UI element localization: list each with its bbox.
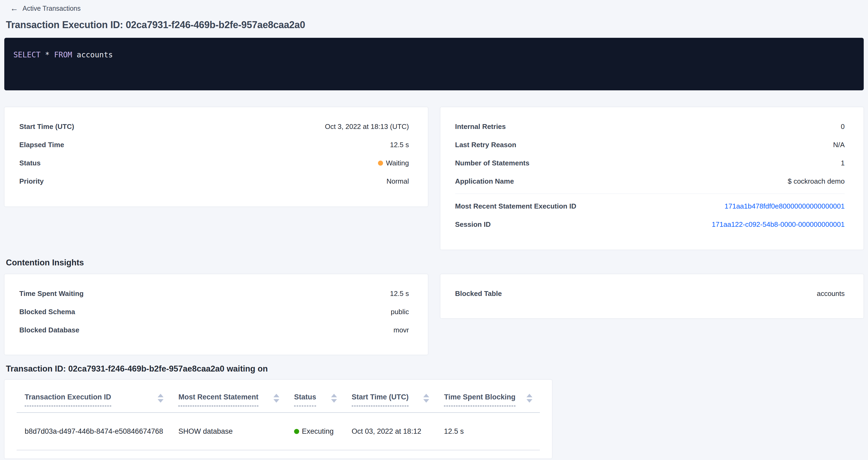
contention-cards-row: Time Spent Waiting 12.5 s Blocked Schema… — [4, 274, 864, 355]
summary-row-last-retry-reason: Last Retry Reason N/A — [455, 135, 845, 154]
start-time-label: Start Time (UTC) — [19, 123, 74, 131]
column-header-transaction-execution-id[interactable]: Transaction Execution ID — [25, 393, 178, 406]
contention-row-blocked-schema: Blocked Schema public — [19, 303, 409, 321]
contention-row-time-spent-waiting: Time Spent Waiting 12.5 s — [19, 284, 409, 303]
summary-row-priority: Priority Normal — [19, 172, 409, 190]
column-header-label[interactable]: Transaction Execution ID — [25, 393, 111, 406]
priority-label: Priority — [19, 177, 44, 185]
sort-desc-icon[interactable] — [273, 399, 279, 403]
statement-count-label: Number of Statements — [455, 159, 529, 167]
cell-start-time: Oct 03, 2022 at 18:12 — [352, 427, 444, 436]
cell-status: Executing — [294, 427, 352, 436]
sort-desc-icon[interactable] — [331, 399, 337, 403]
summary-row-statement-count: Number of Statements 1 — [455, 154, 845, 172]
summary-row-status: Status Waiting — [19, 154, 409, 172]
card-divider — [455, 193, 845, 194]
status-label: Status — [19, 159, 40, 167]
sql-keyword-from: FROM — [54, 51, 72, 59]
back-arrow-icon[interactable]: ← — [10, 4, 18, 12]
elapsed-time-label: Elapsed Time — [19, 141, 64, 149]
sql-keyword-select: SELECT — [13, 51, 40, 59]
summary-card-left: Start Time (UTC) Oct 3, 2022 at 18:13 (U… — [4, 107, 428, 207]
sql-star: * — [45, 51, 50, 59]
blocked-schema-value: public — [391, 308, 409, 316]
blocked-database-label: Blocked Database — [19, 326, 79, 334]
back-link[interactable]: ← Active Transactions — [4, 0, 81, 12]
contention-card-right: Blocked Table accounts — [440, 274, 864, 318]
column-header-start-time[interactable]: Start Time (UTC) — [352, 393, 444, 406]
sort-asc-icon[interactable] — [423, 394, 429, 397]
internal-retries-value: 0 — [841, 123, 845, 131]
status-value-text: Waiting — [386, 159, 409, 167]
sort-icon[interactable] — [273, 393, 279, 403]
cell-time-spent-blocking: 12.5 s — [444, 427, 540, 436]
sort-desc-icon[interactable] — [526, 399, 532, 403]
summary-card-right: Internal Retries 0 Last Retry Reason N/A… — [440, 107, 864, 250]
table-header-row: Transaction Execution ID Most Recent Sta… — [17, 380, 540, 413]
blocked-table-label: Blocked Table — [455, 289, 502, 298]
sort-desc-icon[interactable] — [423, 399, 429, 403]
table-row: b8d7d03a-d497-446b-8474-e50846674768 SHO… — [17, 413, 540, 450]
sql-statement-box: SELECT * FROM accounts — [4, 38, 864, 90]
statement-execution-id-link[interactable]: 171aa1b478fdf0e80000000000000001 — [724, 202, 845, 210]
column-header-status[interactable]: Status — [294, 393, 352, 406]
back-link-label[interactable]: Active Transactions — [23, 5, 81, 12]
blocked-table-value: accounts — [817, 289, 845, 298]
sort-asc-icon[interactable] — [526, 394, 532, 397]
sort-asc-icon[interactable] — [331, 394, 337, 397]
last-retry-reason-label: Last Retry Reason — [455, 141, 516, 149]
time-spent-waiting-label: Time Spent Waiting — [19, 289, 84, 298]
sort-asc-icon[interactable] — [158, 394, 163, 397]
last-retry-reason-value: N/A — [833, 141, 845, 149]
waiting-on-heading: Transaction ID: 02ca7931-f246-469b-b2fe-… — [6, 364, 864, 374]
executing-status-dot-icon — [294, 429, 299, 434]
status-badge: Waiting — [378, 159, 409, 167]
column-header-label[interactable]: Status — [294, 393, 316, 406]
summary-row-start-time: Start Time (UTC) Oct 3, 2022 at 18:13 (U… — [19, 117, 409, 135]
column-header-label[interactable]: Most Recent Statement — [178, 393, 258, 406]
session-id-label: Session ID — [455, 220, 491, 229]
summary-row-elapsed-time: Elapsed Time 12.5 s — [19, 135, 409, 154]
statement-execution-id-label: Most Recent Statement Execution ID — [455, 202, 576, 210]
sort-icon[interactable] — [158, 393, 163, 403]
elapsed-time-value: 12.5 s — [390, 141, 409, 149]
start-time-value: Oct 3, 2022 at 18:13 (UTC) — [325, 123, 409, 131]
blocked-database-value: movr — [394, 326, 409, 334]
sort-icon[interactable] — [526, 393, 532, 403]
priority-value: Normal — [386, 177, 409, 185]
application-name-label: Application Name — [455, 177, 514, 185]
column-header-label[interactable]: Time Spent Blocking — [444, 393, 516, 406]
column-header-most-recent-statement[interactable]: Most Recent Statement — [178, 393, 294, 406]
summary-row-session-id: Session ID 171aa122-c092-54b8-0000-00000… — [455, 215, 845, 234]
cell-transaction-execution-id: b8d7d03a-d497-446b-8474-e50846674768 — [25, 427, 178, 436]
statement-count-value: 1 — [841, 159, 845, 167]
contention-insights-heading: Contention Insights — [6, 258, 864, 268]
time-spent-waiting-value: 12.5 s — [390, 289, 409, 298]
application-name-value: $ cockroach demo — [788, 177, 845, 185]
session-id-link[interactable]: 171aa122-c092-54b8-0000-000000000001 — [712, 220, 845, 229]
sort-desc-icon[interactable] — [158, 399, 163, 403]
summary-row-internal-retries: Internal Retries 0 — [455, 117, 845, 135]
column-header-label[interactable]: Start Time (UTC) — [352, 393, 409, 406]
sort-icon[interactable] — [423, 393, 429, 403]
contention-row-blocked-database: Blocked Database movr — [19, 321, 409, 339]
waiting-status-dot-icon — [378, 160, 383, 166]
cell-most-recent-statement: SHOW database — [178, 427, 294, 436]
sort-icon[interactable] — [331, 393, 337, 403]
column-header-time-spent-blocking[interactable]: Time Spent Blocking — [444, 393, 540, 406]
summary-cards-row: Start Time (UTC) Oct 3, 2022 at 18:13 (U… — [4, 107, 864, 250]
page-title: Transaction Execution ID: 02ca7931-f246-… — [6, 19, 864, 31]
summary-row-application-name: Application Name $ cockroach demo — [455, 172, 845, 190]
sql-table-name: accounts — [77, 51, 113, 59]
contention-card-left: Time Spent Waiting 12.5 s Blocked Schema… — [4, 274, 428, 355]
internal-retries-label: Internal Retries — [455, 123, 506, 131]
summary-row-statement-execution-id: Most Recent Statement Execution ID 171aa… — [455, 197, 845, 215]
waiting-transactions-table-card: Transaction Execution ID Most Recent Sta… — [4, 379, 552, 459]
blocked-schema-label: Blocked Schema — [19, 308, 75, 316]
contention-row-blocked-table: Blocked Table accounts — [455, 284, 845, 303]
cell-status-text: Executing — [302, 427, 334, 436]
transaction-details-page: ← Active Transactions Transaction Execut… — [0, 0, 868, 459]
sort-asc-icon[interactable] — [273, 394, 279, 397]
